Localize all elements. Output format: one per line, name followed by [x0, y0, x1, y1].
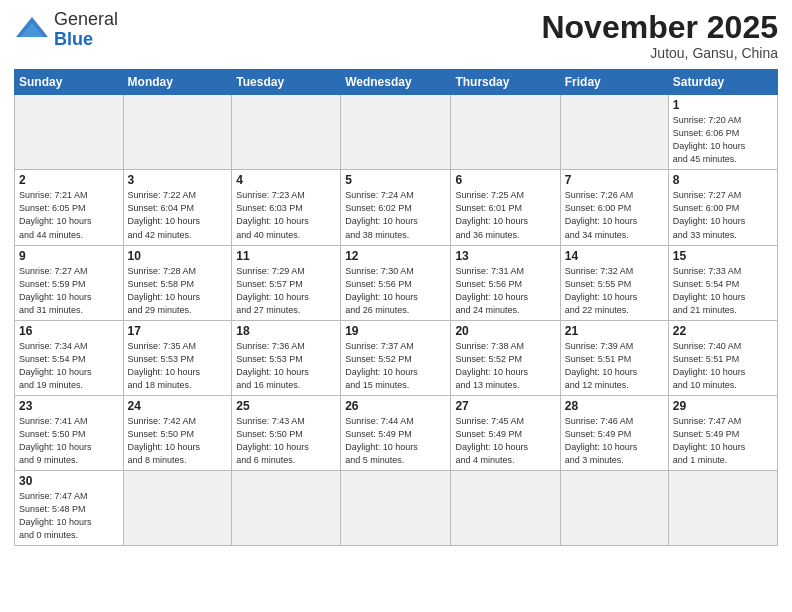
calendar-cell: 26Sunrise: 7:44 AM Sunset: 5:49 PM Dayli… — [341, 395, 451, 470]
day-number: 30 — [19, 474, 119, 488]
calendar-cell: 3Sunrise: 7:22 AM Sunset: 6:04 PM Daylig… — [123, 170, 232, 245]
day-info: Sunrise: 7:37 AM Sunset: 5:52 PM Dayligh… — [345, 340, 446, 392]
day-info: Sunrise: 7:41 AM Sunset: 5:50 PM Dayligh… — [19, 415, 119, 467]
day-info: Sunrise: 7:25 AM Sunset: 6:01 PM Dayligh… — [455, 189, 555, 241]
calendar-cell — [123, 471, 232, 546]
day-info: Sunrise: 7:39 AM Sunset: 5:51 PM Dayligh… — [565, 340, 664, 392]
calendar-cell: 23Sunrise: 7:41 AM Sunset: 5:50 PM Dayli… — [15, 395, 124, 470]
month-title: November 2025 — [541, 10, 778, 45]
calendar-cell: 28Sunrise: 7:46 AM Sunset: 5:49 PM Dayli… — [560, 395, 668, 470]
calendar-cell: 6Sunrise: 7:25 AM Sunset: 6:01 PM Daylig… — [451, 170, 560, 245]
day-info: Sunrise: 7:23 AM Sunset: 6:03 PM Dayligh… — [236, 189, 336, 241]
calendar-cell: 24Sunrise: 7:42 AM Sunset: 5:50 PM Dayli… — [123, 395, 232, 470]
logo-blue: Blue — [54, 29, 93, 49]
calendar-cell: 16Sunrise: 7:34 AM Sunset: 5:54 PM Dayli… — [15, 320, 124, 395]
calendar-cell — [451, 95, 560, 170]
title-block: November 2025 Jutou, Gansu, China — [541, 10, 778, 61]
day-info: Sunrise: 7:21 AM Sunset: 6:05 PM Dayligh… — [19, 189, 119, 241]
calendar-cell: 29Sunrise: 7:47 AM Sunset: 5:49 PM Dayli… — [668, 395, 777, 470]
day-number: 12 — [345, 249, 446, 263]
col-header-sunday: Sunday — [15, 70, 124, 95]
day-info: Sunrise: 7:45 AM Sunset: 5:49 PM Dayligh… — [455, 415, 555, 467]
day-number: 23 — [19, 399, 119, 413]
logo-text: General Blue — [54, 10, 118, 50]
location-subtitle: Jutou, Gansu, China — [541, 45, 778, 61]
col-header-monday: Monday — [123, 70, 232, 95]
day-number: 2 — [19, 173, 119, 187]
logo-general: General — [54, 9, 118, 29]
page: General Blue November 2025 Jutou, Gansu,… — [0, 0, 792, 612]
day-number: 29 — [673, 399, 773, 413]
calendar-cell: 2Sunrise: 7:21 AM Sunset: 6:05 PM Daylig… — [15, 170, 124, 245]
calendar-cell — [341, 471, 451, 546]
col-header-thursday: Thursday — [451, 70, 560, 95]
day-info: Sunrise: 7:29 AM Sunset: 5:57 PM Dayligh… — [236, 265, 336, 317]
day-number: 22 — [673, 324, 773, 338]
calendar-week-row: 9Sunrise: 7:27 AM Sunset: 5:59 PM Daylig… — [15, 245, 778, 320]
calendar-cell: 19Sunrise: 7:37 AM Sunset: 5:52 PM Dayli… — [341, 320, 451, 395]
day-number: 10 — [128, 249, 228, 263]
calendar-cell — [123, 95, 232, 170]
day-info: Sunrise: 7:33 AM Sunset: 5:54 PM Dayligh… — [673, 265, 773, 317]
calendar-cell: 17Sunrise: 7:35 AM Sunset: 5:53 PM Dayli… — [123, 320, 232, 395]
day-number: 14 — [565, 249, 664, 263]
day-info: Sunrise: 7:36 AM Sunset: 5:53 PM Dayligh… — [236, 340, 336, 392]
day-info: Sunrise: 7:38 AM Sunset: 5:52 PM Dayligh… — [455, 340, 555, 392]
day-number: 11 — [236, 249, 336, 263]
day-number: 8 — [673, 173, 773, 187]
day-info: Sunrise: 7:34 AM Sunset: 5:54 PM Dayligh… — [19, 340, 119, 392]
day-number: 25 — [236, 399, 336, 413]
col-header-friday: Friday — [560, 70, 668, 95]
calendar-cell — [15, 95, 124, 170]
calendar-cell: 21Sunrise: 7:39 AM Sunset: 5:51 PM Dayli… — [560, 320, 668, 395]
day-info: Sunrise: 7:43 AM Sunset: 5:50 PM Dayligh… — [236, 415, 336, 467]
calendar-cell — [560, 471, 668, 546]
day-number: 1 — [673, 98, 773, 112]
day-number: 27 — [455, 399, 555, 413]
day-info: Sunrise: 7:24 AM Sunset: 6:02 PM Dayligh… — [345, 189, 446, 241]
day-number: 19 — [345, 324, 446, 338]
calendar-cell: 9Sunrise: 7:27 AM Sunset: 5:59 PM Daylig… — [15, 245, 124, 320]
day-number: 28 — [565, 399, 664, 413]
calendar-cell — [341, 95, 451, 170]
calendar-week-row: 16Sunrise: 7:34 AM Sunset: 5:54 PM Dayli… — [15, 320, 778, 395]
day-info: Sunrise: 7:27 AM Sunset: 6:00 PM Dayligh… — [673, 189, 773, 241]
calendar-cell: 8Sunrise: 7:27 AM Sunset: 6:00 PM Daylig… — [668, 170, 777, 245]
calendar-cell: 30Sunrise: 7:47 AM Sunset: 5:48 PM Dayli… — [15, 471, 124, 546]
calendar-cell: 13Sunrise: 7:31 AM Sunset: 5:56 PM Dayli… — [451, 245, 560, 320]
calendar-cell: 25Sunrise: 7:43 AM Sunset: 5:50 PM Dayli… — [232, 395, 341, 470]
col-header-tuesday: Tuesday — [232, 70, 341, 95]
col-header-wednesday: Wednesday — [341, 70, 451, 95]
calendar-week-row: 2Sunrise: 7:21 AM Sunset: 6:05 PM Daylig… — [15, 170, 778, 245]
day-info: Sunrise: 7:22 AM Sunset: 6:04 PM Dayligh… — [128, 189, 228, 241]
day-info: Sunrise: 7:30 AM Sunset: 5:56 PM Dayligh… — [345, 265, 446, 317]
day-info: Sunrise: 7:47 AM Sunset: 5:49 PM Dayligh… — [673, 415, 773, 467]
day-info: Sunrise: 7:27 AM Sunset: 5:59 PM Dayligh… — [19, 265, 119, 317]
day-info: Sunrise: 7:47 AM Sunset: 5:48 PM Dayligh… — [19, 490, 119, 542]
calendar-cell — [232, 471, 341, 546]
day-number: 26 — [345, 399, 446, 413]
calendar-cell: 11Sunrise: 7:29 AM Sunset: 5:57 PM Dayli… — [232, 245, 341, 320]
day-info: Sunrise: 7:46 AM Sunset: 5:49 PM Dayligh… — [565, 415, 664, 467]
day-number: 4 — [236, 173, 336, 187]
day-number: 5 — [345, 173, 446, 187]
calendar-cell: 12Sunrise: 7:30 AM Sunset: 5:56 PM Dayli… — [341, 245, 451, 320]
day-info: Sunrise: 7:28 AM Sunset: 5:58 PM Dayligh… — [128, 265, 228, 317]
calendar-cell — [451, 471, 560, 546]
day-number: 9 — [19, 249, 119, 263]
day-number: 24 — [128, 399, 228, 413]
calendar-cell: 5Sunrise: 7:24 AM Sunset: 6:02 PM Daylig… — [341, 170, 451, 245]
day-number: 15 — [673, 249, 773, 263]
calendar-cell — [668, 471, 777, 546]
calendar-cell: 20Sunrise: 7:38 AM Sunset: 5:52 PM Dayli… — [451, 320, 560, 395]
calendar-cell: 4Sunrise: 7:23 AM Sunset: 6:03 PM Daylig… — [232, 170, 341, 245]
day-number: 6 — [455, 173, 555, 187]
day-info: Sunrise: 7:26 AM Sunset: 6:00 PM Dayligh… — [565, 189, 664, 241]
day-info: Sunrise: 7:44 AM Sunset: 5:49 PM Dayligh… — [345, 415, 446, 467]
day-number: 13 — [455, 249, 555, 263]
calendar-week-row: 23Sunrise: 7:41 AM Sunset: 5:50 PM Dayli… — [15, 395, 778, 470]
day-number: 18 — [236, 324, 336, 338]
day-info: Sunrise: 7:40 AM Sunset: 5:51 PM Dayligh… — [673, 340, 773, 392]
calendar-week-row: 1Sunrise: 7:20 AM Sunset: 6:06 PM Daylig… — [15, 95, 778, 170]
day-info: Sunrise: 7:32 AM Sunset: 5:55 PM Dayligh… — [565, 265, 664, 317]
